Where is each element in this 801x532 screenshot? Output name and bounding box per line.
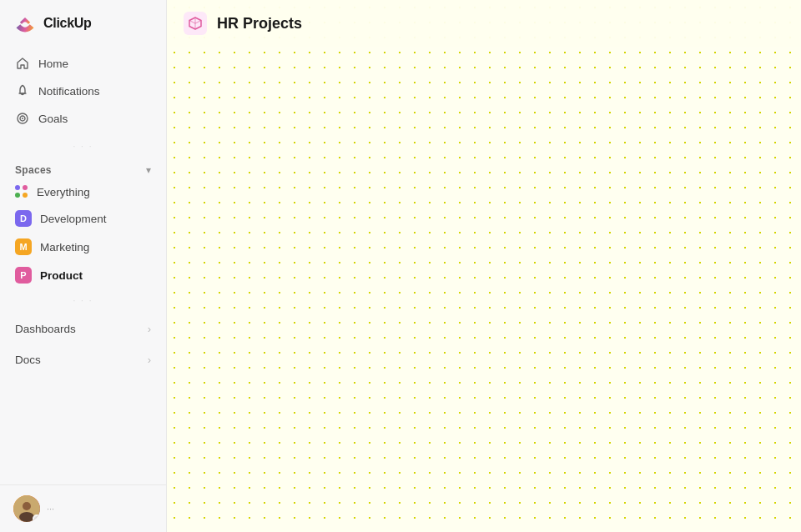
- sidebar-item-product[interactable]: P Product: [7, 261, 159, 289]
- everything-grid-icon: [15, 185, 28, 198]
- sidebar-item-development-label: Development: [40, 213, 107, 225]
- docs-chevron-icon: ›: [148, 354, 151, 366]
- logo-text: ClickUp: [43, 16, 91, 31]
- goals-icon: [15, 111, 30, 126]
- docs-label: Docs: [15, 354, 41, 366]
- product-avatar: P: [15, 267, 32, 284]
- spaces-chevron-icon: ▾: [146, 164, 151, 176]
- svg-point-5: [23, 502, 31, 510]
- spaces-header[interactable]: Spaces ▾: [0, 158, 166, 179]
- spaces-label: Spaces: [15, 164, 52, 176]
- status-dot: [33, 514, 40, 522]
- sidebar-item-home[interactable]: Home: [7, 50, 159, 77]
- main-header: HR Projects: [167, 0, 801, 47]
- sidebar-item-marketing-label: Marketing: [40, 241, 89, 253]
- clickup-logo-icon: [13, 12, 37, 35]
- sidebar-item-everything-label: Everything: [37, 186, 90, 198]
- sidebar-item-dashboards[interactable]: Dashboards ›: [0, 315, 166, 343]
- sidebar: ClickUp Home Notifications: [0, 0, 167, 532]
- bell-icon: [15, 83, 30, 98]
- sidebar-nav: Home Notifications Goals: [0, 47, 166, 135]
- user-area[interactable]: ···: [0, 484, 166, 532]
- user-avatar-group: [13, 495, 40, 522]
- divider-2: [0, 289, 166, 312]
- user-more-icon: ···: [47, 504, 54, 514]
- sidebar-item-goals-label: Goals: [38, 113, 68, 125]
- marketing-avatar: M: [15, 238, 32, 255]
- sidebar-item-goals[interactable]: Goals: [7, 105, 159, 132]
- sidebar-item-notifications-label: Notifications: [38, 85, 100, 98]
- logo-area[interactable]: ClickUp: [0, 0, 166, 47]
- svg-point-3: [22, 118, 23, 119]
- cube-icon: [184, 12, 207, 35]
- divider: [0, 135, 166, 158]
- sidebar-item-docs[interactable]: Docs ›: [0, 346, 166, 374]
- dashboards-label: Dashboards: [15, 323, 76, 335]
- avatar: [13, 495, 40, 522]
- development-avatar: D: [15, 210, 32, 227]
- page-title: HR Projects: [217, 15, 302, 33]
- sidebar-item-development[interactable]: D Development: [7, 204, 159, 233]
- sidebar-item-marketing[interactable]: M Marketing: [7, 233, 159, 261]
- dashboards-chevron-icon: ›: [148, 323, 151, 335]
- main-content: HR Projects: [167, 0, 801, 532]
- home-icon: [15, 56, 30, 71]
- sidebar-item-notifications[interactable]: Notifications: [7, 78, 159, 104]
- sidebar-item-home-label: Home: [38, 58, 68, 70]
- sidebar-item-product-label: Product: [40, 269, 83, 282]
- sidebar-item-everything[interactable]: Everything: [7, 179, 159, 204]
